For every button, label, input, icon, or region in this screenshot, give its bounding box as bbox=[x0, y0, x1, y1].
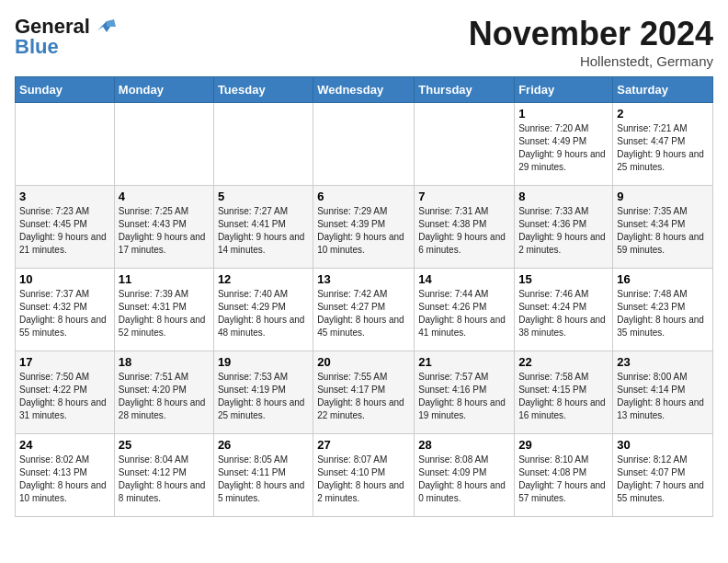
days-header: SundayMondayTuesdayWednesdayThursdayFrid… bbox=[16, 77, 713, 103]
day-number: 7 bbox=[418, 190, 510, 203]
calendar-body: 1Sunrise: 7:20 AM Sunset: 4:49 PM Daylig… bbox=[16, 103, 713, 517]
day-number: 29 bbox=[518, 438, 609, 452]
calendar-cell: 19Sunrise: 7:53 AM Sunset: 4:19 PM Dayli… bbox=[213, 351, 313, 434]
day-number: 14 bbox=[418, 272, 510, 286]
day-number: 8 bbox=[518, 190, 609, 203]
day-number: 4 bbox=[119, 190, 210, 203]
day-info: Sunrise: 7:50 AM Sunset: 4:22 PM Dayligh… bbox=[19, 371, 110, 422]
day-info: Sunrise: 7:21 AM Sunset: 4:47 PM Dayligh… bbox=[617, 122, 709, 174]
day-info: Sunrise: 8:04 AM Sunset: 4:12 PM Dayligh… bbox=[119, 454, 210, 505]
day-number: 12 bbox=[218, 272, 309, 286]
logo-bird-icon bbox=[94, 17, 119, 36]
week-row-3: 17Sunrise: 7:50 AM Sunset: 4:22 PM Dayli… bbox=[16, 351, 713, 434]
calendar-cell: 22Sunrise: 7:58 AM Sunset: 4:15 PM Dayli… bbox=[515, 351, 613, 434]
day-number: 16 bbox=[617, 272, 709, 286]
day-info: Sunrise: 8:08 AM Sunset: 4:09 PM Dayligh… bbox=[418, 454, 510, 505]
header-thursday: Thursday bbox=[415, 77, 515, 103]
day-info: Sunrise: 8:05 AM Sunset: 4:11 PM Dayligh… bbox=[218, 454, 309, 505]
day-number: 2 bbox=[617, 107, 709, 121]
calendar-cell: 7Sunrise: 7:31 AM Sunset: 4:38 PM Daylig… bbox=[415, 186, 515, 269]
day-info: Sunrise: 7:53 AM Sunset: 4:19 PM Dayligh… bbox=[218, 371, 309, 422]
day-info: Sunrise: 7:51 AM Sunset: 4:20 PM Dayligh… bbox=[119, 371, 210, 422]
calendar-cell: 1Sunrise: 7:20 AM Sunset: 4:49 PM Daylig… bbox=[515, 103, 613, 186]
day-number: 24 bbox=[19, 438, 110, 452]
day-info: Sunrise: 8:12 AM Sunset: 4:07 PM Dayligh… bbox=[617, 454, 709, 505]
day-info: Sunrise: 7:31 AM Sunset: 4:38 PM Dayligh… bbox=[418, 205, 510, 257]
day-number: 9 bbox=[617, 190, 709, 203]
calendar-cell: 8Sunrise: 7:33 AM Sunset: 4:36 PM Daylig… bbox=[515, 186, 613, 269]
calendar-cell: 16Sunrise: 7:48 AM Sunset: 4:23 PM Dayli… bbox=[613, 269, 713, 351]
calendar-cell: 26Sunrise: 8:05 AM Sunset: 4:11 PM Dayli… bbox=[213, 434, 313, 517]
day-info: Sunrise: 7:25 AM Sunset: 4:43 PM Dayligh… bbox=[119, 205, 210, 257]
logo-text-blue: Blue bbox=[15, 35, 59, 59]
day-number: 30 bbox=[617, 438, 709, 452]
calendar-cell: 24Sunrise: 8:02 AM Sunset: 4:13 PM Dayli… bbox=[16, 434, 115, 517]
week-row-4: 24Sunrise: 8:02 AM Sunset: 4:13 PM Dayli… bbox=[16, 434, 713, 517]
day-info: Sunrise: 7:44 AM Sunset: 4:26 PM Dayligh… bbox=[418, 288, 510, 339]
calendar-cell: 28Sunrise: 8:08 AM Sunset: 4:09 PM Dayli… bbox=[415, 434, 515, 517]
calendar-cell bbox=[313, 103, 415, 186]
day-info: Sunrise: 7:23 AM Sunset: 4:45 PM Dayligh… bbox=[19, 205, 110, 257]
day-number: 26 bbox=[218, 438, 309, 452]
location: Hollenstedt, Germany bbox=[469, 53, 713, 69]
week-row-0: 1Sunrise: 7:20 AM Sunset: 4:49 PM Daylig… bbox=[16, 103, 713, 186]
calendar-cell: 20Sunrise: 7:55 AM Sunset: 4:17 PM Dayli… bbox=[313, 351, 415, 434]
calendar-cell: 11Sunrise: 7:39 AM Sunset: 4:31 PM Dayli… bbox=[114, 269, 213, 351]
day-info: Sunrise: 7:55 AM Sunset: 4:17 PM Dayligh… bbox=[317, 371, 410, 422]
day-number: 28 bbox=[418, 438, 510, 452]
header-wednesday: Wednesday bbox=[313, 77, 415, 103]
day-info: Sunrise: 8:00 AM Sunset: 4:14 PM Dayligh… bbox=[617, 371, 709, 422]
month-title: November 2024 bbox=[469, 15, 713, 53]
day-info: Sunrise: 7:58 AM Sunset: 4:15 PM Dayligh… bbox=[518, 371, 609, 422]
calendar-cell: 17Sunrise: 7:50 AM Sunset: 4:22 PM Dayli… bbox=[16, 351, 115, 434]
calendar-cell: 4Sunrise: 7:25 AM Sunset: 4:43 PM Daylig… bbox=[114, 186, 213, 269]
calendar-table: SundayMondayTuesdayWednesdayThursdayFrid… bbox=[15, 76, 713, 517]
day-info: Sunrise: 7:35 AM Sunset: 4:34 PM Dayligh… bbox=[617, 205, 709, 257]
week-row-1: 3Sunrise: 7:23 AM Sunset: 4:45 PM Daylig… bbox=[16, 186, 713, 269]
calendar-cell: 9Sunrise: 7:35 AM Sunset: 4:34 PM Daylig… bbox=[613, 186, 713, 269]
calendar-cell: 5Sunrise: 7:27 AM Sunset: 4:41 PM Daylig… bbox=[213, 186, 313, 269]
calendar-cell: 13Sunrise: 7:42 AM Sunset: 4:27 PM Dayli… bbox=[313, 269, 415, 351]
calendar-cell: 12Sunrise: 7:40 AM Sunset: 4:29 PM Dayli… bbox=[213, 269, 313, 351]
header-tuesday: Tuesday bbox=[213, 77, 313, 103]
calendar-cell bbox=[415, 103, 515, 186]
day-number: 3 bbox=[19, 190, 110, 203]
day-info: Sunrise: 7:27 AM Sunset: 4:41 PM Dayligh… bbox=[218, 205, 309, 257]
day-info: Sunrise: 8:10 AM Sunset: 4:08 PM Dayligh… bbox=[518, 454, 609, 505]
day-info: Sunrise: 7:33 AM Sunset: 4:36 PM Dayligh… bbox=[518, 205, 609, 257]
calendar-cell: 30Sunrise: 8:12 AM Sunset: 4:07 PM Dayli… bbox=[613, 434, 713, 517]
header-sunday: Sunday bbox=[16, 77, 115, 103]
day-info: Sunrise: 8:07 AM Sunset: 4:10 PM Dayligh… bbox=[317, 454, 410, 505]
title-block: November 2024 Hollenstedt, Germany bbox=[469, 15, 713, 69]
day-number: 11 bbox=[119, 272, 210, 286]
calendar-cell: 14Sunrise: 7:44 AM Sunset: 4:26 PM Dayli… bbox=[415, 269, 515, 351]
day-info: Sunrise: 7:20 AM Sunset: 4:49 PM Dayligh… bbox=[518, 122, 609, 174]
day-number: 1 bbox=[518, 107, 609, 121]
header-friday: Friday bbox=[515, 77, 613, 103]
day-info: Sunrise: 8:02 AM Sunset: 4:13 PM Dayligh… bbox=[19, 454, 110, 505]
calendar-cell: 18Sunrise: 7:51 AM Sunset: 4:20 PM Dayli… bbox=[114, 351, 213, 434]
calendar-cell bbox=[114, 103, 213, 186]
day-info: Sunrise: 7:37 AM Sunset: 4:32 PM Dayligh… bbox=[19, 288, 110, 339]
calendar-cell: 29Sunrise: 8:10 AM Sunset: 4:08 PM Dayli… bbox=[515, 434, 613, 517]
day-info: Sunrise: 7:39 AM Sunset: 4:31 PM Dayligh… bbox=[119, 288, 210, 339]
day-number: 15 bbox=[518, 272, 609, 286]
day-number: 22 bbox=[518, 355, 609, 369]
calendar-cell: 6Sunrise: 7:29 AM Sunset: 4:39 PM Daylig… bbox=[313, 186, 415, 269]
header-monday: Monday bbox=[114, 77, 213, 103]
calendar-cell: 15Sunrise: 7:46 AM Sunset: 4:24 PM Dayli… bbox=[515, 269, 613, 351]
page-header: General Blue November 2024 Hollenstedt, … bbox=[15, 15, 713, 69]
day-info: Sunrise: 7:48 AM Sunset: 4:23 PM Dayligh… bbox=[617, 288, 709, 339]
calendar-cell: 27Sunrise: 8:07 AM Sunset: 4:10 PM Dayli… bbox=[313, 434, 415, 517]
day-number: 19 bbox=[218, 355, 309, 369]
day-number: 17 bbox=[19, 355, 110, 369]
calendar-cell: 25Sunrise: 8:04 AM Sunset: 4:12 PM Dayli… bbox=[114, 434, 213, 517]
day-number: 27 bbox=[317, 438, 410, 452]
week-row-2: 10Sunrise: 7:37 AM Sunset: 4:32 PM Dayli… bbox=[16, 269, 713, 351]
day-number: 10 bbox=[19, 272, 110, 286]
calendar-cell: 3Sunrise: 7:23 AM Sunset: 4:45 PM Daylig… bbox=[16, 186, 115, 269]
day-number: 13 bbox=[317, 272, 410, 286]
day-number: 5 bbox=[218, 190, 309, 203]
day-number: 23 bbox=[617, 355, 709, 369]
day-number: 21 bbox=[418, 355, 510, 369]
